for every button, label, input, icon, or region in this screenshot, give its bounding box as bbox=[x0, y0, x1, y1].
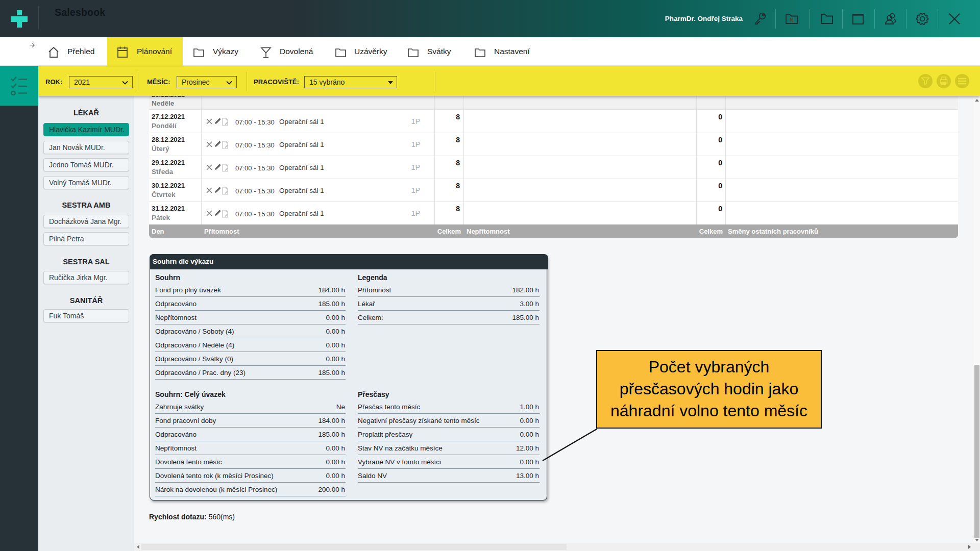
svg-text:N: N bbox=[790, 17, 793, 23]
